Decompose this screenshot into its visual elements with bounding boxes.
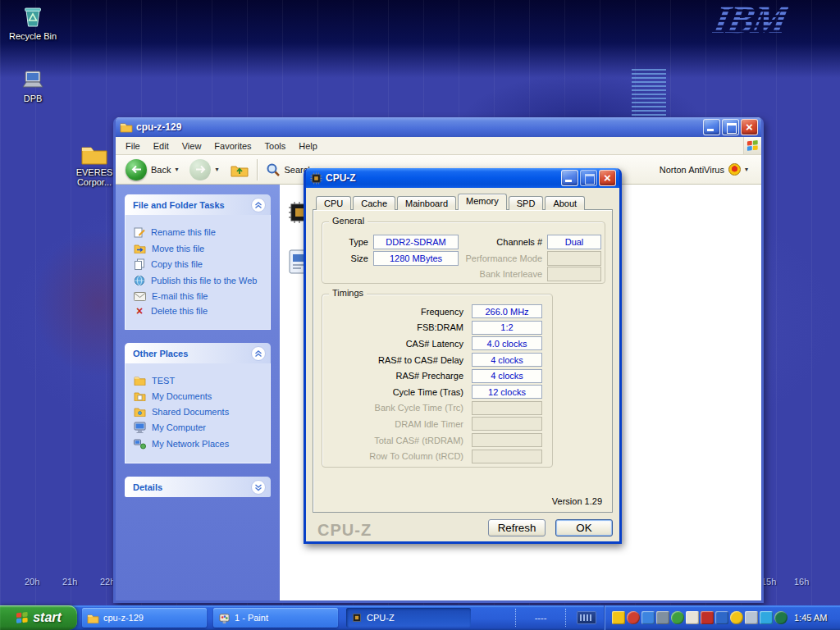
forward-icon <box>189 159 211 180</box>
tray-icon-10[interactable] <box>745 611 758 624</box>
timing-row-row-to-column: Row To Column (tRCD) <box>329 448 542 464</box>
refresh-button[interactable]: Refresh <box>488 519 546 536</box>
desktop-icon-dpb[interactable]: DPB <box>7 69 59 103</box>
tray-icon-1[interactable] <box>612 611 625 624</box>
desktop-icon-recycle-bin[interactable]: Recycle Bin <box>7 3 59 41</box>
back-button[interactable]: Back ▾ <box>122 158 181 182</box>
task-delete-file[interactable]: × Delete this file <box>134 306 267 316</box>
tray-icon-7[interactable] <box>701 611 714 624</box>
maximize-button[interactable] <box>722 119 739 135</box>
place-shared-documents[interactable]: Shared Documents <box>134 406 267 417</box>
type-label: Type <box>334 237 368 247</box>
chip-icon <box>310 172 322 185</box>
timing-row-cycle-time: Cycle Time (Tras) 12 clocks <box>329 384 542 400</box>
bank-interleave-label: Bank Interleave <box>445 269 542 279</box>
chevron-down-icon[interactable] <box>251 480 266 495</box>
explorer-titlebar[interactable]: cpu-z-129 <box>116 117 761 137</box>
timing-value <box>472 417 542 431</box>
tray-icon-4[interactable] <box>656 611 669 624</box>
timing-label: RAS# Precharge <box>329 371 463 381</box>
tab-cpu[interactable]: CPU <box>316 196 351 210</box>
place-test[interactable]: TEST <box>134 375 267 386</box>
timing-row-ras-precharge: RAS# Precharge 4 clocks <box>329 368 542 384</box>
taskbar-task-paint[interactable]: 1 - Paint <box>213 608 338 628</box>
chevron-up-icon[interactable] <box>251 198 266 212</box>
panel-header[interactable]: Details <box>125 477 271 497</box>
back-label: Back <box>151 165 171 175</box>
timing-label: Bank Cycle Time (Trc) <box>329 403 463 413</box>
task-label: cpu-z-129 <box>103 613 144 623</box>
menu-favorites[interactable]: Favorites <box>208 139 258 153</box>
timezone-label: 20h <box>25 577 39 587</box>
timing-label: Total CAS# (tRDRAM) <box>329 436 463 445</box>
panel-header[interactable]: Other Places <box>125 343 271 363</box>
task-rename-file[interactable]: Rename this file <box>134 226 267 238</box>
wallpaper-stripe-legend <box>632 69 666 121</box>
close-button[interactable] <box>599 170 616 186</box>
cpuz-window: CPU-Z CPU Cache Mainboard Memory SPD Abo… <box>304 168 622 544</box>
tab-spd[interactable]: SPD <box>509 196 544 210</box>
general-groupbox: General Type DDR2-SDRAM Size 1280 MBytes… <box>322 221 605 284</box>
taskbar-deskband[interactable]: ---- <box>515 609 566 627</box>
menu-edit[interactable]: Edit <box>147 139 176 153</box>
task-move-file[interactable]: Move this file <box>134 243 267 253</box>
search-icon <box>266 162 281 177</box>
timezone-label: 16h <box>794 577 809 587</box>
keyboard-tray-icon[interactable] <box>577 611 596 624</box>
task-email-file[interactable]: E-mail this file <box>134 291 267 301</box>
tray-icon-6[interactable] <box>686 611 699 624</box>
timing-row-fsb-dram: FSB:DRAM 1:2 <box>329 320 542 336</box>
task-label: Delete this file <box>151 306 208 316</box>
minimize-button[interactable] <box>703 119 720 135</box>
windows-flag-icon <box>16 611 29 624</box>
maximize-button[interactable] <box>580 170 597 186</box>
recycle-bin-icon <box>7 3 59 30</box>
tray-icon-5[interactable] <box>671 611 684 624</box>
cpuz-titlebar[interactable]: CPU-Z <box>306 168 619 188</box>
timing-label: RAS# to CAS# Delay <box>329 355 463 365</box>
chevron-up-icon[interactable] <box>251 346 266 361</box>
minimize-button[interactable] <box>561 170 578 186</box>
up-button[interactable] <box>227 161 252 179</box>
tab-cache[interactable]: Cache <box>353 196 395 210</box>
tab-mainboard[interactable]: Mainboard <box>397 196 456 210</box>
memory-tab-panel: General Type DDR2-SDRAM Size 1280 MBytes… <box>313 209 613 513</box>
task-label: 1 - Paint <box>235 613 268 623</box>
taskbar-task-cpu-z-129[interactable]: cpu-z-129 <box>82 608 207 628</box>
task-label: CPU-Z <box>367 613 395 623</box>
desktop-icon-everes[interactable]: EVERES Corpor... <box>69 143 120 187</box>
menu-tools[interactable]: Tools <box>258 139 293 153</box>
delete-x-icon: × <box>134 306 145 316</box>
tray-icon-11[interactable] <box>760 611 773 624</box>
tray-icon-12[interactable] <box>774 611 788 624</box>
tab-memory[interactable]: Memory <box>458 194 507 210</box>
menu-help[interactable]: Help <box>292 139 324 153</box>
panel-header[interactable]: File and Folder Tasks <box>125 194 271 215</box>
task-publish-file[interactable]: Publish this file to the Web <box>134 275 267 286</box>
start-label: start <box>33 610 62 625</box>
norton-antivirus-toolbar[interactable]: Norton AntiVirus ▾ <box>660 163 755 176</box>
forward-button[interactable]: ▾ <box>186 158 221 182</box>
tray-icon-8[interactable] <box>715 611 728 624</box>
version-text: Version 1.29 <box>552 496 602 506</box>
performance-mode-label: Performance Mode <box>445 253 542 263</box>
close-button[interactable] <box>741 119 758 135</box>
menu-view[interactable]: View <box>176 139 208 153</box>
task-copy-file[interactable]: Copy this file <box>134 258 267 270</box>
tab-about[interactable]: About <box>545 196 585 210</box>
timings-groupbox: Timings Frequency 266.0 MHz FSB:DRAM 1:2… <box>322 294 553 468</box>
tray-icon-9[interactable] <box>730 611 743 624</box>
ok-button[interactable]: OK <box>555 519 613 536</box>
timing-label: Row To Column (tRCD) <box>329 451 463 461</box>
place-my-computer[interactable]: My Computer <box>134 422 267 433</box>
place-my-documents[interactable]: My Documents <box>134 390 267 401</box>
tray-icon-3[interactable] <box>641 611 655 624</box>
details-panel: Details <box>125 477 271 497</box>
tray-icon-2[interactable] <box>627 611 640 624</box>
taskbar-task-cpuz[interactable]: CPU-Z <box>346 608 471 628</box>
menu-file[interactable]: File <box>119 139 147 153</box>
task-label: Move this file <box>152 244 204 253</box>
place-my-network-places[interactable]: My Network Places <box>134 438 267 450</box>
start-button[interactable]: start <box>0 605 77 630</box>
timing-value <box>472 401 542 415</box>
